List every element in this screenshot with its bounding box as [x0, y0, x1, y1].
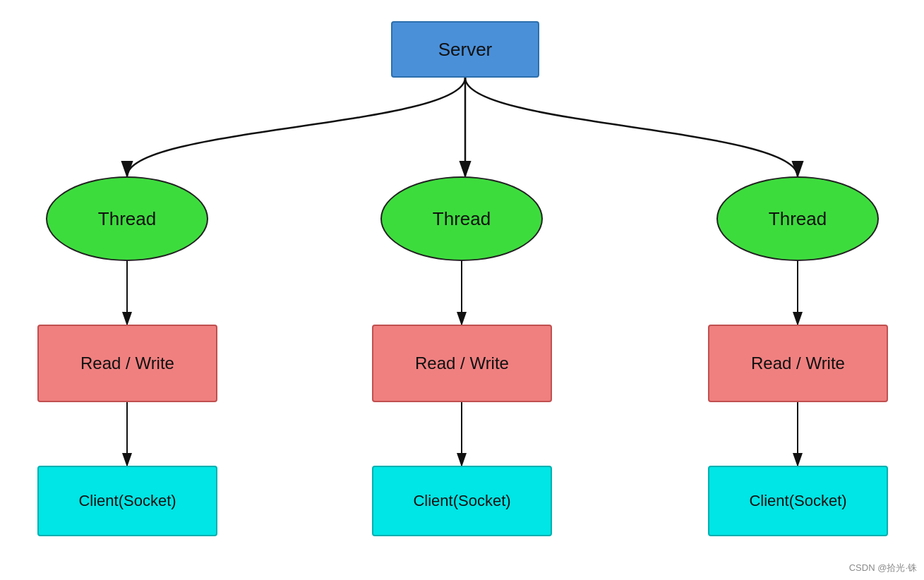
rw-left-label: Read / Write	[80, 354, 174, 373]
rw-left-box: Read / Write	[37, 325, 217, 402]
rw-right-box: Read / Write	[708, 325, 888, 402]
client-right-label: Client(Socket)	[749, 492, 846, 510]
server-to-right-thread-line	[465, 78, 798, 176]
thread-left-ellipse: Thread	[46, 176, 208, 261]
client-center-label: Client(Socket)	[413, 492, 510, 510]
rw-center-box: Read / Write	[372, 325, 552, 402]
server-label: Server	[438, 39, 493, 61]
client-left-box: Client(Socket)	[37, 466, 217, 536]
thread-center-label: Thread	[433, 208, 491, 230]
server-to-left-thread-line	[127, 78, 465, 176]
rw-right-label: Read / Write	[751, 354, 845, 373]
server-box: Server	[391, 21, 539, 78]
client-center-box: Client(Socket)	[372, 466, 552, 536]
thread-center-ellipse: Thread	[380, 176, 543, 261]
thread-right-label: Thread	[769, 208, 827, 230]
thread-right-ellipse: Thread	[716, 176, 879, 261]
diagram-container: Server Thread Thread Thread Read / Write…	[0, 0, 924, 580]
client-right-box: Client(Socket)	[708, 466, 888, 536]
thread-left-label: Thread	[98, 208, 156, 230]
rw-center-label: Read / Write	[415, 354, 509, 373]
client-left-label: Client(Socket)	[78, 492, 176, 510]
watermark: CSDN @拾光·铢	[849, 562, 917, 574]
